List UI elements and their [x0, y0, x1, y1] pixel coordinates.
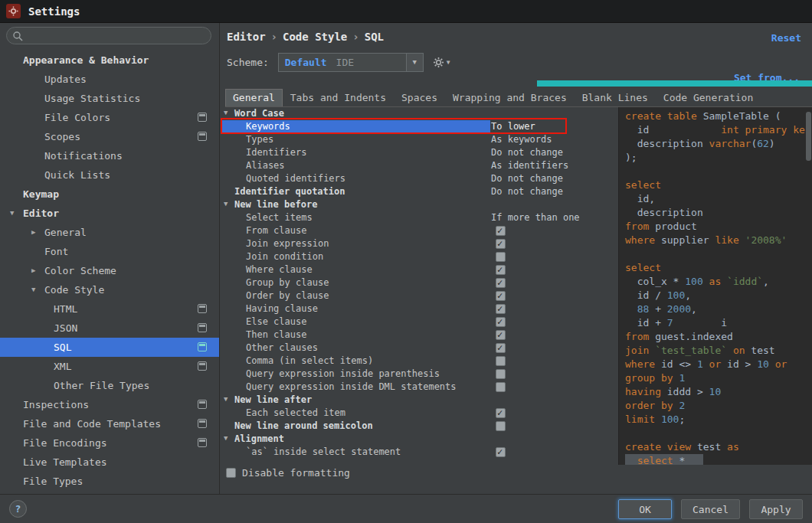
sidebar-item-file-encodings[interactable]: File Encodings [0, 433, 219, 453]
checkbox-query-expression-inside-dml-statements[interactable] [496, 382, 506, 392]
checkbox-as-inside-select-statement[interactable] [496, 447, 506, 457]
tree-row-value[interactable]: If more than one [491, 212, 580, 223]
tree-row-having-clause[interactable]: Having clause [221, 302, 618, 315]
checkbox-comma-in-select-items[interactable] [496, 356, 506, 366]
scheme-settings-button[interactable]: ▼ [433, 57, 450, 68]
tree-row-join-expression[interactable]: Join expression [221, 237, 618, 250]
tab-tabs-and-indents[interactable]: Tabs and Indents [283, 89, 394, 106]
sidebar-item-html[interactable]: HTML [0, 299, 219, 319]
tab-blank-lines[interactable]: Blank Lines [575, 89, 656, 106]
tree-row-quoted-identifiers[interactable]: Quoted identifiersDo not change [221, 172, 618, 185]
tree-row-value[interactable]: As keywords [491, 134, 552, 145]
tree-row-from-clause[interactable]: From clause [221, 224, 618, 237]
tree-row-types[interactable]: TypesAs keywords [221, 133, 618, 146]
sidebar-item-scopes[interactable]: Scopes [0, 127, 219, 146]
cancel-button[interactable]: Cancel [681, 499, 740, 519]
code-line: select * [625, 454, 812, 465]
sidebar-item-keymap[interactable]: Keymap [0, 185, 219, 204]
sidebar-item-general[interactable]: ▶General [0, 223, 219, 242]
tree-row-query-expression-inside-dml-statements[interactable]: Query expression inside DML statements [221, 381, 618, 394]
checkbox-where-clause[interactable] [496, 265, 506, 275]
tree-row-other-clauses[interactable]: Other clauses [221, 342, 618, 355]
tree-row-order-by-clause[interactable]: Order by clause [221, 289, 618, 302]
titlebar[interactable]: Settings [0, 0, 812, 23]
scheme-dropdown[interactable]: Default IDE ▼ [278, 53, 424, 72]
sidebar-item-editor[interactable]: ▼Editor [0, 204, 219, 223]
sidebar-item-updates[interactable]: Updates [0, 70, 219, 89]
tab-wrapping-and-braces[interactable]: Wrapping and Braces [445, 89, 575, 106]
sidebar-item-other-file-types[interactable]: Other File Types [0, 376, 219, 395]
tree-row-comma-in-select-items[interactable]: Comma (in select items) [221, 355, 618, 368]
tree-group-new-line-before[interactable]: ▼New line before [221, 198, 618, 211]
checkbox-from-clause[interactable] [496, 226, 506, 236]
tab-spaces[interactable]: Spaces [394, 89, 445, 106]
disable-formatting-checkbox[interactable] [226, 468, 236, 478]
reset-link[interactable]: Reset [771, 32, 801, 44]
ok-button[interactable]: OK [618, 499, 672, 519]
sidebar-item-notifications[interactable]: Notifications [0, 146, 219, 165]
checkbox-join-expression[interactable] [496, 239, 506, 249]
tree-row-keywords[interactable]: KeywordsTo lower [221, 120, 618, 133]
tree-row-where-clause[interactable]: Where clause [221, 263, 618, 276]
breadcrumb-separator-icon: › [347, 31, 364, 43]
sidebar-item-xml[interactable]: XML [0, 357, 219, 376]
sidebar-item-appearance-behavior[interactable]: Appearance & Behavior [0, 51, 219, 70]
checkbox-else-clause[interactable] [496, 317, 506, 327]
tab-general[interactable]: General [225, 89, 283, 106]
tree-row-identifier-quotation[interactable]: Identifier quotationDo not change [221, 185, 618, 198]
preview-editor[interactable]: create table SampleTable ( id int primar… [618, 107, 812, 465]
checkbox-new-line-around-semicolon[interactable] [496, 421, 506, 431]
checkbox-other-clauses[interactable] [496, 343, 506, 353]
tree-row-value[interactable]: As identifiers [491, 160, 568, 171]
checkbox-query-expression-inside-parenthesis[interactable] [496, 369, 506, 379]
sidebar-item-sql[interactable]: SQL [0, 338, 219, 357]
tree-row-query-expression-inside-parenthesis[interactable]: Query expression inside parenthesis [221, 368, 618, 381]
tree-row-aliases[interactable]: AliasesAs identifiers [221, 159, 618, 172]
code-line [625, 165, 812, 178]
scheme-dropdown-arrow-icon[interactable]: ▼ [406, 54, 423, 71]
tree-row-label: Where clause [246, 264, 313, 275]
sidebar-item-file-types[interactable]: File Types [0, 472, 219, 491]
tree-row-value[interactable]: Do not change [491, 173, 563, 184]
tree-group-word-case[interactable]: ▼Word Case [221, 107, 618, 120]
tree-row-else-clause[interactable]: Else clause [221, 315, 618, 329]
code-line: from product [625, 220, 812, 234]
code-line: having iddd > 10 [625, 385, 812, 399]
tree-row-identifiers[interactable]: IdentifiersDo not change [221, 146, 618, 159]
tree-row-value[interactable]: To lower [491, 121, 535, 132]
tree-row-as-inside-select-statement[interactable]: `as` inside select statement [221, 446, 618, 459]
preview-scrollbar[interactable] [806, 112, 811, 161]
tree-group-new-line-after[interactable]: ▼New line after [221, 394, 618, 407]
sidebar-item-file-colors[interactable]: File Colors [0, 108, 219, 127]
tree-group-alignment[interactable]: ▼Alignment [221, 433, 618, 446]
sidebar-item-font[interactable]: Font [0, 242, 219, 261]
sidebar-item-live-templates[interactable]: Live Templates [0, 453, 219, 472]
search-input[interactable] [6, 27, 211, 44]
tree-row-join-condition[interactable]: Join condition [221, 250, 618, 263]
tab-code-generation[interactable]: Code Generation [656, 89, 761, 106]
sidebar-item-usage-statistics[interactable]: Usage Statistics [0, 89, 219, 108]
checkbox-order-by-clause[interactable] [496, 291, 506, 301]
checkbox-then-clause[interactable] [496, 330, 506, 340]
checkbox-join-condition[interactable] [496, 252, 506, 262]
tree-row-each-selected-item[interactable]: Each selected item [221, 407, 618, 420]
apply-button[interactable]: Apply [749, 499, 803, 519]
chevron-right-icon: ▶ [31, 261, 35, 280]
checkbox-each-selected-item[interactable] [496, 408, 506, 418]
checkbox-having-clause[interactable] [496, 304, 506, 314]
sidebar-item-color-scheme[interactable]: ▶Color Scheme [0, 261, 219, 280]
tree-row-value[interactable]: Do not change [491, 147, 563, 158]
help-button[interactable]: ? [9, 500, 27, 518]
sidebar-item-code-style[interactable]: ▼Code Style [0, 280, 219, 299]
tree-row-select-items[interactable]: Select itemsIf more than one [221, 211, 618, 224]
sidebar-item-inspections[interactable]: Inspections [0, 395, 219, 414]
sidebar-item-quick-lists[interactable]: Quick Lists [0, 165, 219, 185]
sidebar-item-json[interactable]: JSON [0, 319, 219, 338]
checkbox-group-by-clause[interactable] [496, 278, 506, 288]
sidebar-item-file-and-code-templates[interactable]: File and Code Templates [0, 414, 219, 433]
tree-row-new-line-around-semicolon[interactable]: New line around semicolon [221, 420, 618, 433]
tree-row-value[interactable]: Do not change [491, 186, 563, 197]
code-line: group by 1 [625, 371, 812, 385]
tree-row-then-clause[interactable]: Then clause [221, 329, 618, 342]
tree-row-group-by-clause[interactable]: Group by clause [221, 276, 618, 289]
